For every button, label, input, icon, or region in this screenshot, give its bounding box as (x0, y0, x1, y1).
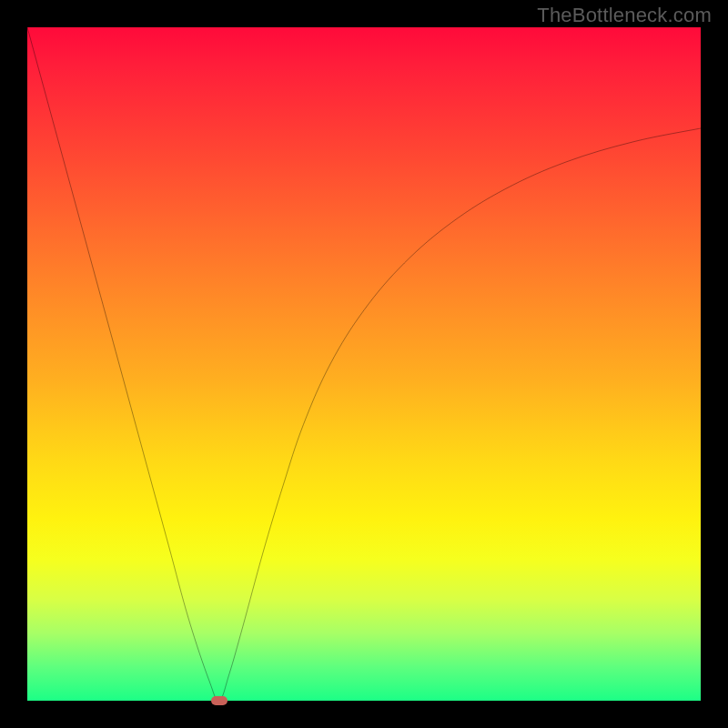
chart-frame: TheBottleneck.com (0, 0, 728, 728)
bottleneck-curve-path (27, 27, 701, 701)
minimum-marker (211, 696, 228, 705)
curve-svg (27, 27, 701, 701)
watermark-text: TheBottleneck.com (537, 4, 712, 27)
plot-area (27, 27, 701, 701)
